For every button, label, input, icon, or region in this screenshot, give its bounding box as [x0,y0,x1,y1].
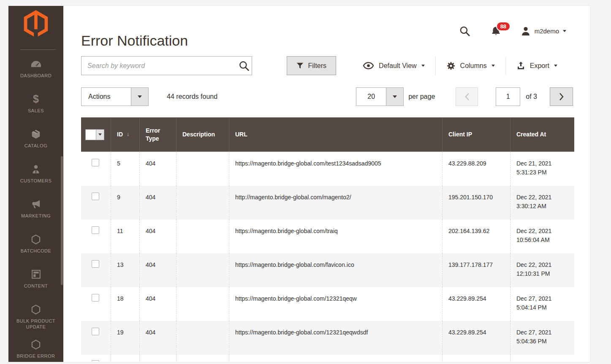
cell-description [176,287,229,321]
sidebar-item-batchcode[interactable]: BATCHCODE [8,231,63,266]
magento-logo-icon[interactable] [24,10,48,38]
cell-description [176,220,229,253]
column-header-url[interactable]: URL [229,117,442,152]
sales-icon: $ [33,93,39,105]
chevron-down-icon [421,65,425,68]
cell-select [81,220,111,253]
search-submit-icon[interactable] [236,60,249,72]
cell-id: 13 [111,253,139,287]
cell-error-type: 404 [139,321,176,355]
user-avatar-icon [521,26,531,36]
actions-dropdown[interactable]: Actions [81,87,149,106]
next-page-button[interactable] [550,87,573,106]
chevron-down-icon [563,30,566,34]
cell-url: http://magento.bridge-global.com/magento… [229,186,442,220]
row-checkbox[interactable] [92,328,99,335]
sidebar-item-dashboard[interactable]: DASHBOARD [8,56,63,91]
sidebar-scrollbar[interactable] [61,156,63,285]
sidebar-item-customers[interactable]: CUSTOMERS [8,161,63,196]
cell-created-at: Dec 22, 2021 12:10:31 PM [510,253,574,287]
cell-url: https://magento.bridge-global.com/test12… [229,152,442,186]
row-checkbox[interactable] [92,226,99,234]
sidebar-item-bridge-error[interactable]: BRIDGE ERROR [8,336,63,362]
search-input[interactable] [81,57,252,75]
column-header-id[interactable]: ID↓ [111,117,139,152]
sidebar-item-label: MARKETING [21,213,51,219]
sort-desc-icon: ↓ [127,130,129,139]
cell-id: 9 [111,186,139,220]
grid-header: ID↓ Error Type Description URL Client IP… [81,117,574,152]
admin-window: DASHBOARD $ SALES CATALOG CUSTOMERS [8,6,590,362]
cell-error-type: 404 [139,152,176,186]
sidebar-item-label: BATCHCODE [21,248,52,254]
cell-created-at: Dec 27, 2021 5:04:36 PM [510,321,574,355]
cell-client-ip: 195.201.150.170 [442,186,510,220]
actions-row: Actions 44 records found 20 per page of … [81,87,573,106]
export-button[interactable]: Export [506,56,568,75]
sidebar-item-sales[interactable]: $ SALES [8,91,63,126]
cell-select [81,321,111,355]
current-page-input[interactable] [496,87,520,106]
sidebar-item-content[interactable]: CONTENT [8,266,63,301]
cell-select [81,152,111,186]
funnel-icon [296,62,304,69]
row-checkbox[interactable] [92,193,99,200]
marketing-icon [30,198,41,210]
page-title: Error Notification [81,33,188,49]
eye-icon [363,62,374,70]
user-menu[interactable]: m2demo [521,26,566,36]
cell-description [176,152,229,186]
cell-client-ip: 139.177.178.177 [442,253,510,287]
column-header-client-ip[interactable]: Client IP [442,117,510,152]
cell-created-at: Dec 22, 2021 10:56:04 AM [510,220,574,253]
column-header-created-at[interactable]: Created At [510,117,574,152]
notification-count-badge: 88 [496,22,511,31]
column-header-description[interactable]: Description [176,117,229,152]
chevron-down-icon[interactable] [131,88,148,106]
row-checkbox[interactable] [92,360,99,361]
notifications-bell-icon[interactable]: 88 [491,26,501,36]
gear-icon [446,61,456,71]
global-search-icon[interactable] [459,25,470,37]
cell-error-type: 404 [139,220,176,253]
row-checkbox[interactable] [92,159,99,166]
page-size-dropdown[interactable]: 20 [356,87,404,106]
sidebar-item-label: CONTENT [24,283,48,289]
table-row-partial [81,355,574,361]
sidebar-item-bulk-product-update[interactable]: BULK PRODUCT UPDATE [8,301,63,336]
dashboard-icon [30,58,42,70]
cell-id: 18 [111,287,139,321]
chevron-down-icon[interactable] [96,130,104,140]
select-all-header [81,117,111,152]
per-page-label: per page [408,93,435,101]
table-row: 11 404 https://magento.bridge-global.com… [81,220,574,253]
row-checkbox[interactable] [92,260,99,268]
total-pages-label: of 3 [526,93,537,101]
cell-select [81,253,111,287]
cell-description [176,186,229,220]
cell-created-at: Dec 21, 2021 5:31:23 PM [510,152,574,186]
magento-admin-screen: { "page_title": "Error Notification", "t… [0,0,611,364]
sidebar-item-catalog[interactable]: CATALOG [8,126,63,161]
chevron-down-icon[interactable] [386,88,403,106]
select-all-checkbox[interactable] [85,129,104,140]
sidebar-item-marketing[interactable]: MARKETING [8,196,63,231]
row-checkbox[interactable] [92,294,99,302]
cell-error-type: 404 [139,186,176,220]
grid-body: 5 404 https://magento.bridge-global.com/… [81,152,574,355]
chevron-down-icon [492,65,495,68]
cell-url: https://magento.bridge-global.com/12321q… [229,321,442,355]
filters-button[interactable]: Filters [287,56,337,75]
cell-select [81,186,111,220]
cell-id: 19 [111,321,139,355]
previous-page-button[interactable] [456,87,478,106]
columns-selector[interactable]: Columns [436,56,505,75]
sidebar-item-label: DASHBOARD [20,73,52,79]
chevron-left-icon [464,92,470,101]
table-row: 19 404 https://magento.bridge-global.com… [81,321,574,355]
header-actions: 88 m2demo [459,25,566,37]
cell-id: 11 [111,220,139,253]
records-found-label: 44 records found [167,87,217,106]
column-header-error-type[interactable]: Error Type [139,117,176,152]
view-selector[interactable]: Default View [352,56,435,75]
